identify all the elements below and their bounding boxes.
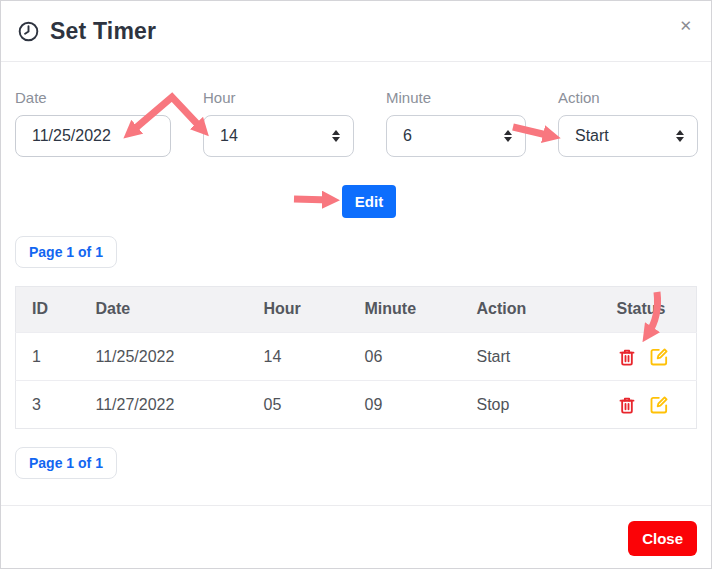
edit-button[interactable]: Edit [342,185,396,218]
cell-id: 3 [16,381,80,429]
minute-select[interactable]: 6 [386,115,526,157]
date-field-group: Date 11/25/2022 [15,89,171,157]
close-button[interactable]: Close [628,521,697,556]
action-select[interactable]: Start [558,115,698,157]
minute-value: 6 [403,127,412,145]
select-caret-icon [504,130,512,142]
table-header-row: ID Date Hour Minute Action Status [16,287,697,333]
delete-icon[interactable] [617,395,637,415]
timer-form: Date 11/25/2022 Hour 14 Minute 6 [15,89,697,157]
edit-row-icon[interactable] [649,395,669,415]
page-indicator-button-bottom[interactable]: Page 1 of 1 [15,447,117,479]
hour-field-group: Hour 14 [203,89,354,157]
cell-minute: 09 [349,381,461,429]
col-header-date: Date [80,287,248,333]
select-caret-icon [676,130,684,142]
col-header-minute: Minute [349,287,461,333]
action-label: Action [558,89,698,106]
close-icon[interactable]: ✕ [679,18,692,33]
cell-status [601,381,697,429]
action-field-group: Action Start [558,89,698,157]
cell-minute: 06 [349,333,461,381]
timers-table: ID Date Hour Minute Action Status 1 11/2… [15,286,697,429]
modal-title: Set Timer [50,18,156,45]
pagination-top: Page 1 of 1 [15,236,697,268]
select-caret-icon [332,130,340,142]
page-indicator-button-top[interactable]: Page 1 of 1 [15,236,117,268]
date-input[interactable]: 11/25/2022 [15,115,171,157]
date-value: 11/25/2022 [32,127,111,145]
minute-field-group: Minute 6 [386,89,526,157]
cell-action: Stop [461,381,601,429]
cell-date: 11/27/2022 [80,381,248,429]
pagination-bottom: Page 1 of 1 [15,447,697,479]
cell-date: 11/25/2022 [80,333,248,381]
col-header-status: Status [601,287,697,333]
col-header-id: ID [16,287,80,333]
hour-value: 14 [220,127,238,145]
hour-select[interactable]: 14 [203,115,354,157]
cell-status [601,333,697,381]
minute-label: Minute [386,89,526,106]
action-value: Start [575,127,609,145]
cell-action: Start [461,333,601,381]
clock-icon [17,20,40,43]
cell-hour: 14 [248,333,349,381]
cell-hour: 05 [248,381,349,429]
hour-label: Hour [203,89,354,106]
delete-icon[interactable] [617,347,637,367]
date-label: Date [15,89,171,106]
modal-footer: Close [1,505,711,568]
edit-button-row: Edit [15,185,697,218]
cell-id: 1 [16,333,80,381]
set-timer-modal: Set Timer ✕ Date 11/25/2022 Hour 14 Minu… [0,0,712,569]
edit-row-icon[interactable] [649,347,669,367]
modal-header: Set Timer [1,1,711,62]
table-row: 1 11/25/2022 14 06 Start [16,333,697,381]
col-header-action: Action [461,287,601,333]
col-header-hour: Hour [248,287,349,333]
table-row: 3 11/27/2022 05 09 Stop [16,381,697,429]
modal-body: Date 11/25/2022 Hour 14 Minute 6 [1,62,711,493]
